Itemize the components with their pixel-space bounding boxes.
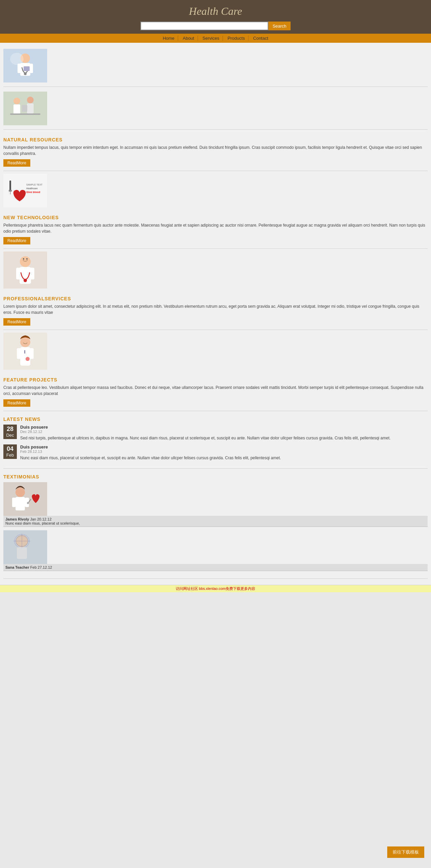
doctor-stethoscope-image <box>3 251 47 288</box>
svg-rect-6 <box>24 66 30 71</box>
testimonial-item-2: Sana Teacher Feb 27.12.12 <box>3 530 428 571</box>
svg-rect-17 <box>9 190 12 192</box>
new-technologies-section: NEW TECHNOLOGIES Pellentesque pharetra l… <box>3 210 428 249</box>
news-item-1: 28 Dec Duis posuere Dec 28.12.12 Sed nis… <box>3 425 428 441</box>
natural-resources-readmore[interactable]: ReadMore <box>3 159 30 167</box>
doctor-smiling-image <box>3 333 47 370</box>
professional-services-title: PROFESSIONALSERVICES <box>3 296 428 301</box>
svg-point-23 <box>20 256 31 267</box>
testimonial-caption-1: James Rivoly Jan 20.12.12 Nunc easi diam… <box>3 516 428 527</box>
svg-point-5 <box>24 72 27 75</box>
svg-rect-14 <box>10 114 40 115</box>
svg-rect-33 <box>17 348 21 359</box>
svg-rect-16 <box>9 181 11 191</box>
hero-image-2-block <box>3 89 428 130</box>
doctor-stethoscope-block <box>3 251 428 288</box>
svg-rect-40 <box>12 498 16 507</box>
new-technologies-text: Pellentesque pharetra lacus nec quam fer… <box>3 222 428 234</box>
latest-news-title: LATEST NEWS <box>3 416 428 422</box>
natural-resources-text: Nullam imperdiet tempus lacus, quis temp… <box>3 145 428 157</box>
svg-point-31 <box>20 337 30 347</box>
feature-projects-readmore[interactable]: ReadMore <box>3 399 30 407</box>
svg-text:Healthcare: Healthcare <box>26 187 38 190</box>
site-title: Health Care <box>0 5 431 18</box>
news-date-2: 04 Feb <box>3 444 17 459</box>
news-item-2: 04 Feb Duis posuere Feb 28.12.13 Nunc ea… <box>3 444 428 461</box>
search-bar: Search <box>0 22 431 30</box>
svg-point-11 <box>27 97 34 103</box>
professional-services-readmore[interactable]: ReadMore <box>3 318 30 326</box>
natural-resources-section: NATURAL RESOURCES Nullam imperdiet tempu… <box>3 132 428 171</box>
feature-projects-title: FEATURE PROJECTS <box>3 377 428 382</box>
heart-image: SAMPLE TEXT Healthcare Give blood <box>3 174 47 208</box>
svg-rect-32 <box>20 347 30 366</box>
testimonial-image-1 <box>3 482 47 516</box>
hero-image-1 <box>3 49 47 83</box>
svg-rect-25 <box>16 268 21 279</box>
testimonial-caption-2: Sana Teacher Feb 27.12.12 <box>3 564 428 571</box>
main-content: NATURAL RESOURCES Nullam imperdiet tempu… <box>0 43 431 585</box>
svg-point-43 <box>27 502 29 504</box>
svg-rect-26 <box>30 268 34 279</box>
svg-rect-13 <box>22 105 27 112</box>
new-technologies-title: NEW TECHNOLOGIES <box>3 215 428 220</box>
svg-rect-18 <box>10 192 10 194</box>
testimonial-image-2 <box>3 530 47 564</box>
search-button[interactable]: Search <box>268 22 290 30</box>
nav-services[interactable]: Services <box>199 36 223 41</box>
news-content-2: Duis posuere Feb 28.12.13 Nunc easi diam… <box>20 444 281 461</box>
svg-text:Give blood: Give blood <box>26 191 40 194</box>
doctor-smiling-block <box>3 333 428 370</box>
feature-projects-section: FEATURE PROJECTS Cras at pellentesque le… <box>3 372 428 411</box>
testimonials-title: TEXTIMONIAS <box>3 474 428 479</box>
hero-image-2 <box>3 92 47 125</box>
testimonials-section: TEXTIMONIAS <box>3 471 428 579</box>
svg-point-28 <box>23 258 24 259</box>
svg-rect-39 <box>16 497 25 510</box>
svg-point-38 <box>16 488 25 497</box>
new-technologies-readmore[interactable]: ReadMore <box>3 237 30 244</box>
feature-projects-text: Cras at pellentesque leo. Vestibulum ali… <box>3 384 428 397</box>
svg-rect-35 <box>24 350 25 353</box>
header: Health Care Search <box>0 0 431 34</box>
svg-rect-50 <box>17 547 27 559</box>
svg-rect-34 <box>29 348 34 359</box>
svg-point-36 <box>26 357 30 361</box>
nav-contact[interactable]: Contact <box>250 36 272 41</box>
svg-rect-3 <box>18 64 22 73</box>
navigation: Home About Services Products Contact <box>0 34 431 43</box>
nav-products[interactable]: Products <box>224 36 248 41</box>
heart-image-block: SAMPLE TEXT Healthcare Give blood <box>3 174 428 208</box>
svg-point-9 <box>13 98 20 104</box>
nav-about[interactable]: About <box>180 36 198 41</box>
news-date-1: 28 Dec <box>3 425 17 439</box>
testimonial-item-1: James Rivoly Jan 20.12.12 Nunc easi diam… <box>3 482 428 527</box>
svg-point-27 <box>24 279 27 282</box>
svg-point-7 <box>10 53 24 65</box>
hero-image-1-block <box>3 46 428 87</box>
news-content-1: Duis posuere Dec 28.12.12 Sed nisi turpi… <box>20 425 391 441</box>
search-input[interactable] <box>141 22 268 30</box>
latest-news-section: LATEST NEWS 28 Dec Duis posuere Dec 28.1… <box>3 414 428 469</box>
svg-text:SAMPLE TEXT: SAMPLE TEXT <box>26 184 43 186</box>
nav-home[interactable]: Home <box>159 36 178 41</box>
svg-rect-12 <box>27 103 34 114</box>
svg-point-29 <box>26 258 28 259</box>
watermark-bar: 访问网址社区 bbs.xlenlao.com免费下载更多内容 <box>0 585 431 592</box>
professional-services-text: Lorem ipsum dolor sit amet, consectetur … <box>3 303 428 315</box>
svg-rect-10 <box>13 104 20 115</box>
natural-resources-title: NATURAL RESOURCES <box>3 137 428 143</box>
professional-services-section: PROFESSIONALSERVICES Lorem ipsum dolor s… <box>3 290 428 330</box>
